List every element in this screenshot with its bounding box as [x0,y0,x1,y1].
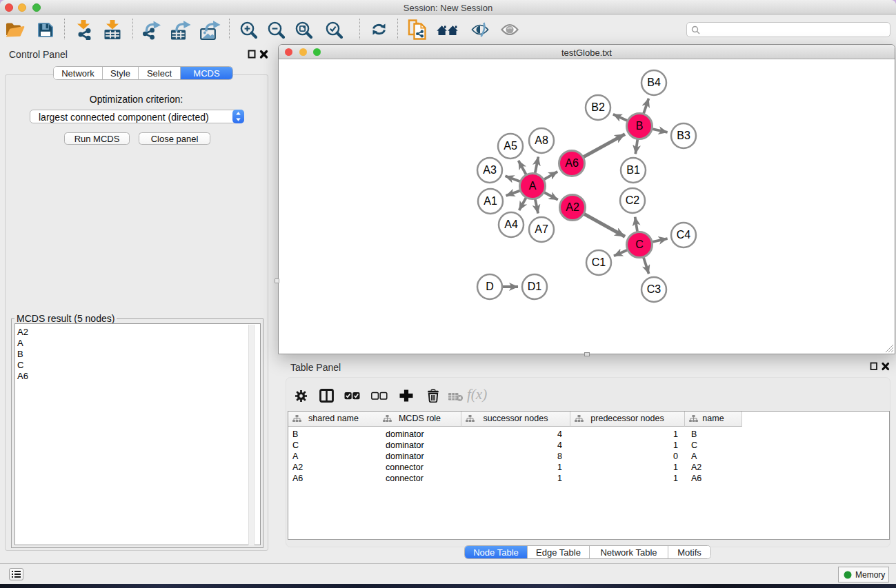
svg-text:A2: A2 [566,201,579,213]
svg-text:C: C [635,239,644,250]
svg-text:C1: C1 [592,256,606,268]
svg-text:A5: A5 [504,140,517,152]
svg-text:B3: B3 [677,130,690,141]
svg-text:A4: A4 [504,219,518,230]
svg-text:B2: B2 [591,101,605,113]
svg-text:A: A [529,180,537,192]
svg-text:A8: A8 [535,134,548,146]
svg-text:D: D [486,281,494,292]
svg-text:C2: C2 [626,194,640,206]
svg-text:C3: C3 [647,283,661,295]
svg-text:A7: A7 [535,223,548,235]
svg-text:B4: B4 [647,77,661,88]
svg-text:A1: A1 [484,195,497,207]
svg-text:B: B [636,120,644,132]
svg-text:C4: C4 [677,229,691,241]
svg-text:B1: B1 [626,164,640,176]
svg-text:A3: A3 [483,164,497,176]
svg-text:D1: D1 [528,281,542,292]
svg-text:A6: A6 [565,157,579,169]
